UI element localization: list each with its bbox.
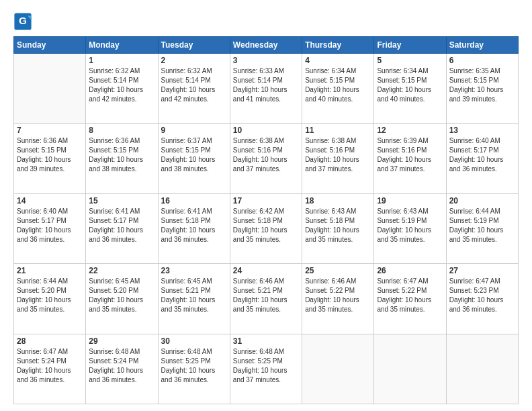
header: G xyxy=(13,12,519,31)
day-number: 2 xyxy=(161,56,227,65)
day-info: Sunrise: 6:39 AM Sunset: 5:16 PM Dayligh… xyxy=(377,136,443,174)
day-info: Sunrise: 6:40 AM Sunset: 5:17 PM Dayligh… xyxy=(449,136,515,174)
calendar-week-2: 7Sunrise: 6:36 AM Sunset: 5:15 PM Daylig… xyxy=(14,124,519,193)
weekday-header-friday: Friday xyxy=(374,37,446,54)
day-info: Sunrise: 6:36 AM Sunset: 5:15 PM Dayligh… xyxy=(89,136,154,174)
weekday-header-thursday: Thursday xyxy=(302,37,374,54)
day-info: Sunrise: 6:45 AM Sunset: 5:21 PM Dayligh… xyxy=(161,277,227,314)
day-number: 11 xyxy=(305,126,371,135)
weekday-header-row: SundayMondayTuesdayWednesdayThursdayFrid… xyxy=(14,37,519,54)
day-number: 1 xyxy=(89,56,154,65)
day-number: 12 xyxy=(377,126,443,135)
calendar-week-5: 28Sunrise: 6:47 AM Sunset: 5:24 PM Dayli… xyxy=(14,334,519,404)
day-number: 16 xyxy=(161,196,227,205)
calendar-cell: 2Sunrise: 6:32 AM Sunset: 5:14 PM Daylig… xyxy=(158,54,230,124)
weekday-header-sunday: Sunday xyxy=(14,37,86,54)
day-number: 6 xyxy=(449,56,515,65)
calendar-cell: 11Sunrise: 6:38 AM Sunset: 5:16 PM Dayli… xyxy=(302,124,374,193)
day-number: 9 xyxy=(161,126,227,135)
calendar-cell: 3Sunrise: 6:33 AM Sunset: 5:14 PM Daylig… xyxy=(230,54,302,124)
calendar-cell: 28Sunrise: 6:47 AM Sunset: 5:24 PM Dayli… xyxy=(14,334,86,404)
day-number: 10 xyxy=(233,126,299,135)
day-number: 24 xyxy=(233,266,299,275)
day-info: Sunrise: 6:32 AM Sunset: 5:14 PM Dayligh… xyxy=(89,66,154,104)
day-number: 4 xyxy=(305,56,371,65)
calendar-cell: 8Sunrise: 6:36 AM Sunset: 5:15 PM Daylig… xyxy=(86,124,158,193)
calendar-week-3: 14Sunrise: 6:40 AM Sunset: 5:17 PM Dayli… xyxy=(14,193,519,263)
logo-icon: G xyxy=(13,12,32,31)
day-number: 8 xyxy=(89,126,154,135)
day-info: Sunrise: 6:38 AM Sunset: 5:16 PM Dayligh… xyxy=(305,136,371,174)
day-info: Sunrise: 6:42 AM Sunset: 5:18 PM Dayligh… xyxy=(233,207,299,244)
day-number: 21 xyxy=(17,266,83,275)
day-info: Sunrise: 6:44 AM Sunset: 5:20 PM Dayligh… xyxy=(17,277,83,314)
day-info: Sunrise: 6:43 AM Sunset: 5:19 PM Dayligh… xyxy=(377,207,443,244)
day-info: Sunrise: 6:45 AM Sunset: 5:20 PM Dayligh… xyxy=(89,277,154,314)
calendar-cell: 24Sunrise: 6:46 AM Sunset: 5:21 PM Dayli… xyxy=(230,264,302,334)
day-number: 7 xyxy=(17,126,83,135)
calendar-cell: 18Sunrise: 6:43 AM Sunset: 5:18 PM Dayli… xyxy=(302,193,374,263)
day-number: 17 xyxy=(233,196,299,205)
calendar-cell: 26Sunrise: 6:47 AM Sunset: 5:22 PM Dayli… xyxy=(374,264,446,334)
day-number: 27 xyxy=(449,266,515,275)
calendar-cell: 27Sunrise: 6:47 AM Sunset: 5:23 PM Dayli… xyxy=(446,264,518,334)
day-info: Sunrise: 6:40 AM Sunset: 5:17 PM Dayligh… xyxy=(17,207,83,244)
calendar-cell xyxy=(302,334,374,404)
day-info: Sunrise: 6:47 AM Sunset: 5:24 PM Dayligh… xyxy=(17,347,83,385)
day-number: 31 xyxy=(233,336,299,346)
calendar-cell: 13Sunrise: 6:40 AM Sunset: 5:17 PM Dayli… xyxy=(446,124,518,193)
day-number: 3 xyxy=(233,56,299,65)
day-info: Sunrise: 6:34 AM Sunset: 5:15 PM Dayligh… xyxy=(377,66,443,104)
day-number: 26 xyxy=(377,266,443,275)
day-number: 14 xyxy=(17,196,83,205)
day-number: 22 xyxy=(89,266,154,275)
weekday-header-saturday: Saturday xyxy=(446,37,518,54)
calendar-cell: 7Sunrise: 6:36 AM Sunset: 5:15 PM Daylig… xyxy=(14,124,86,193)
day-number: 19 xyxy=(377,196,443,205)
day-info: Sunrise: 6:48 AM Sunset: 5:24 PM Dayligh… xyxy=(89,347,154,385)
day-info: Sunrise: 6:41 AM Sunset: 5:17 PM Dayligh… xyxy=(89,207,154,244)
calendar-cell xyxy=(374,334,446,404)
weekday-header-monday: Monday xyxy=(86,37,158,54)
calendar-cell: 4Sunrise: 6:34 AM Sunset: 5:15 PM Daylig… xyxy=(302,54,374,124)
calendar: SundayMondayTuesdayWednesdayThursdayFrid… xyxy=(13,36,519,404)
calendar-cell: 29Sunrise: 6:48 AM Sunset: 5:24 PM Dayli… xyxy=(86,334,158,404)
day-number: 29 xyxy=(89,336,154,346)
calendar-cell: 14Sunrise: 6:40 AM Sunset: 5:17 PM Dayli… xyxy=(14,193,86,263)
day-info: Sunrise: 6:46 AM Sunset: 5:21 PM Dayligh… xyxy=(233,277,299,314)
calendar-cell xyxy=(446,334,518,404)
calendar-cell: 17Sunrise: 6:42 AM Sunset: 5:18 PM Dayli… xyxy=(230,193,302,263)
day-info: Sunrise: 6:46 AM Sunset: 5:22 PM Dayligh… xyxy=(305,277,371,314)
day-number: 18 xyxy=(305,196,371,205)
calendar-cell: 9Sunrise: 6:37 AM Sunset: 5:15 PM Daylig… xyxy=(158,124,230,193)
day-info: Sunrise: 6:34 AM Sunset: 5:15 PM Dayligh… xyxy=(305,66,371,104)
day-info: Sunrise: 6:44 AM Sunset: 5:19 PM Dayligh… xyxy=(449,207,515,244)
calendar-cell: 1Sunrise: 6:32 AM Sunset: 5:14 PM Daylig… xyxy=(86,54,158,124)
calendar-cell: 15Sunrise: 6:41 AM Sunset: 5:17 PM Dayli… xyxy=(86,193,158,263)
calendar-cell: 12Sunrise: 6:39 AM Sunset: 5:16 PM Dayli… xyxy=(374,124,446,193)
day-number: 5 xyxy=(377,56,443,65)
day-info: Sunrise: 6:48 AM Sunset: 5:25 PM Dayligh… xyxy=(233,347,299,385)
page: G SundayMondayTuesdayWednesdayThursdayFr… xyxy=(0,0,532,411)
day-info: Sunrise: 6:36 AM Sunset: 5:15 PM Dayligh… xyxy=(17,136,83,174)
day-number: 15 xyxy=(89,196,154,205)
calendar-cell: 19Sunrise: 6:43 AM Sunset: 5:19 PM Dayli… xyxy=(374,193,446,263)
day-info: Sunrise: 6:37 AM Sunset: 5:15 PM Dayligh… xyxy=(161,136,227,174)
calendar-cell: 30Sunrise: 6:48 AM Sunset: 5:25 PM Dayli… xyxy=(158,334,230,404)
day-number: 30 xyxy=(161,336,227,346)
day-info: Sunrise: 6:35 AM Sunset: 5:15 PM Dayligh… xyxy=(449,66,515,104)
day-number: 13 xyxy=(449,126,515,135)
calendar-week-1: 1Sunrise: 6:32 AM Sunset: 5:14 PM Daylig… xyxy=(14,54,519,124)
calendar-cell: 31Sunrise: 6:48 AM Sunset: 5:25 PM Dayli… xyxy=(230,334,302,404)
day-info: Sunrise: 6:43 AM Sunset: 5:18 PM Dayligh… xyxy=(305,207,371,244)
day-info: Sunrise: 6:41 AM Sunset: 5:18 PM Dayligh… xyxy=(161,207,227,244)
calendar-cell: 20Sunrise: 6:44 AM Sunset: 5:19 PM Dayli… xyxy=(446,193,518,263)
calendar-cell: 21Sunrise: 6:44 AM Sunset: 5:20 PM Dayli… xyxy=(14,264,86,334)
weekday-header-tuesday: Tuesday xyxy=(158,37,230,54)
calendar-cell: 5Sunrise: 6:34 AM Sunset: 5:15 PM Daylig… xyxy=(374,54,446,124)
calendar-cell: 16Sunrise: 6:41 AM Sunset: 5:18 PM Dayli… xyxy=(158,193,230,263)
day-info: Sunrise: 6:38 AM Sunset: 5:16 PM Dayligh… xyxy=(233,136,299,174)
calendar-cell: 23Sunrise: 6:45 AM Sunset: 5:21 PM Dayli… xyxy=(158,264,230,334)
weekday-header-wednesday: Wednesday xyxy=(230,37,302,54)
day-info: Sunrise: 6:47 AM Sunset: 5:23 PM Dayligh… xyxy=(449,277,515,314)
